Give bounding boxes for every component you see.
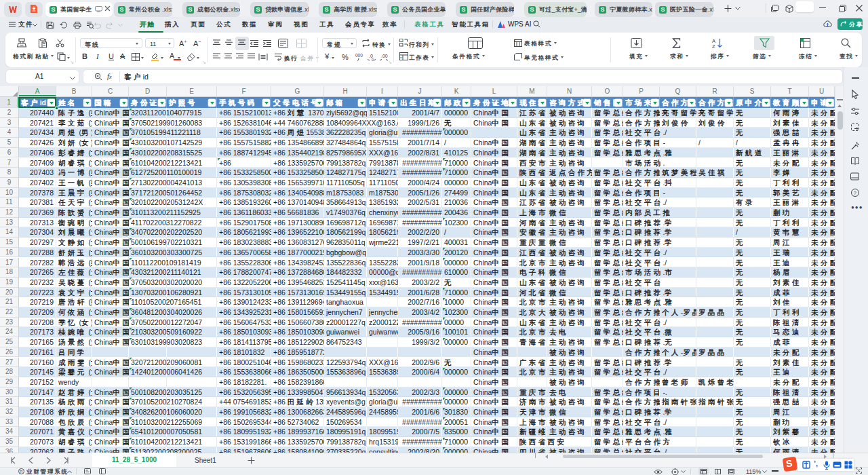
svg-text:?: ? <box>854 190 856 196</box>
svg-text:R: R <box>20 470 23 474</box>
svg-text:.00: .00 <box>381 54 388 58</box>
svg-text:000: 000 <box>355 53 363 58</box>
svg-text:0: 0 <box>372 58 374 62</box>
svg-text:Z: Z <box>712 43 715 50</box>
